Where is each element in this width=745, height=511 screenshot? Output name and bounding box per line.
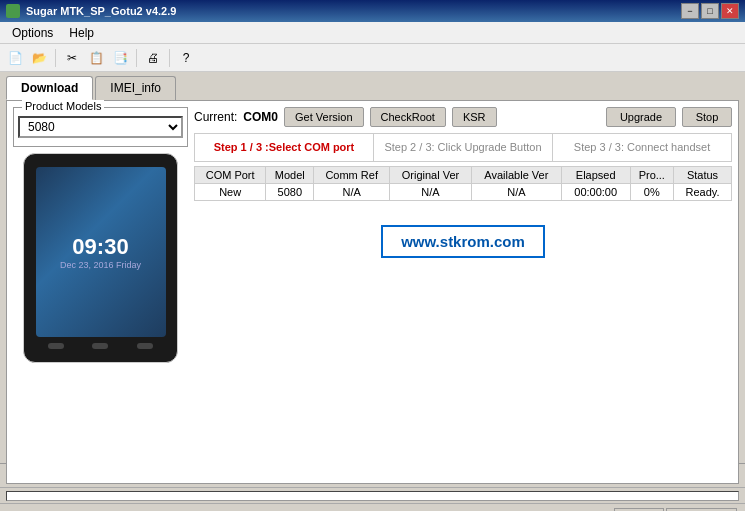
right-panel: Current: COM0 Get Version CheckRoot KSR …: [194, 107, 732, 477]
minimize-button[interactable]: −: [681, 3, 699, 19]
toolbar: 📄 📂 ✂ 📋 📑 🖨 ?: [0, 44, 745, 72]
toolbar-copy[interactable]: 📋: [85, 47, 107, 69]
menu-options[interactable]: Options: [4, 24, 61, 42]
menu-bar: Options Help: [0, 22, 745, 44]
model-select-wrapper: 5080: [18, 116, 183, 138]
phone-bottom-bar: [24, 343, 177, 349]
col-progress: Pro...: [630, 167, 673, 184]
tab-download[interactable]: Download: [6, 76, 93, 100]
current-row: Current: COM0 Get Version CheckRoot KSR …: [194, 107, 732, 127]
step-1: Step 1 / 3 :Select COM port: [195, 134, 374, 161]
content-wrapper: Product Models 5080 09:30 Dec 23, 2016 F…: [13, 107, 732, 477]
watermark-area: www.stkrom.com: [194, 201, 732, 281]
get-version-button[interactable]: Get Version: [284, 107, 363, 127]
watermark-box: www.stkrom.com: [381, 225, 545, 258]
cell-status: Ready.: [674, 184, 732, 201]
bottom-right: COM0 921600 bps: [614, 508, 738, 512]
col-com-port: COM Port: [195, 167, 266, 184]
table-row: New 5080 N/A N/A N/A 00:00:00 0% Ready.: [195, 184, 732, 201]
product-models-group: Product Models 5080: [13, 107, 188, 147]
title-controls: − □ ✕: [681, 3, 739, 19]
upgrade-button[interactable]: Upgrade: [606, 107, 676, 127]
current-label: Current:: [194, 110, 237, 124]
ksr-button[interactable]: KSR: [452, 107, 497, 127]
stop-button[interactable]: Stop: [682, 107, 732, 127]
cell-progress: 0%: [630, 184, 673, 201]
title-bar-text: Sugar MTK_SP_Gotu2 v4.2.9: [6, 4, 176, 18]
toolbar-open[interactable]: 📂: [28, 47, 50, 69]
maximize-button[interactable]: □: [701, 3, 719, 19]
cell-elapsed: 00:00:00: [561, 184, 630, 201]
col-original-ver: Original Ver: [390, 167, 472, 184]
step-2: Step 2 / 3: Click Upgrade Button: [374, 134, 553, 161]
menu-help[interactable]: Help: [61, 24, 102, 42]
model-select[interactable]: 5080: [18, 116, 183, 138]
toolbar-paste[interactable]: 📑: [109, 47, 131, 69]
phone-btn-3: [137, 343, 153, 349]
com-badge: COM0: [614, 508, 664, 512]
phone-image: 09:30 Dec 23, 2016 Friday: [23, 153, 178, 363]
app-icon: [6, 4, 20, 18]
steps-row: Step 1 / 3 :Select COM port Step 2 / 3: …: [194, 133, 732, 162]
cell-com-port: New: [195, 184, 266, 201]
product-models-label: Product Models: [22, 100, 104, 112]
toolbar-sep-3: [169, 49, 170, 67]
col-available-ver: Available Ver: [471, 167, 561, 184]
toolbar-cut[interactable]: ✂: [61, 47, 83, 69]
toolbar-print[interactable]: 🖨: [142, 47, 164, 69]
tab-imei[interactable]: IMEI_info: [95, 76, 176, 100]
phone-screen: 09:30 Dec 23, 2016 Friday: [36, 167, 166, 337]
title-bar: Sugar MTK_SP_Gotu2 v4.2.9 − □ ✕: [0, 0, 745, 22]
close-button[interactable]: ✕: [721, 3, 739, 19]
cell-comm-ref: N/A: [314, 184, 390, 201]
main-content: Download IMEI_info Product Models 5080: [0, 72, 745, 463]
window-title: Sugar MTK_SP_Gotu2 v4.2.9: [26, 5, 176, 17]
progress-bar-container: [0, 487, 745, 503]
progress-bar-track: [6, 491, 739, 501]
col-model: Model: [266, 167, 314, 184]
col-elapsed: Elapsed: [561, 167, 630, 184]
current-value: COM0: [243, 110, 278, 124]
toolbar-new[interactable]: 📄: [4, 47, 26, 69]
toolbar-sep-2: [136, 49, 137, 67]
tab-bar: Download IMEI_info: [6, 76, 739, 100]
tab-content: Product Models 5080 09:30 Dec 23, 2016 F…: [6, 100, 739, 484]
cell-original-ver: N/A: [390, 184, 472, 201]
check-root-button[interactable]: CheckRoot: [370, 107, 446, 127]
step-3: Step 3 / 3: Connect handset: [553, 134, 731, 161]
col-status: Status: [674, 167, 732, 184]
cell-available-ver: N/A: [471, 184, 561, 201]
phone-time: 09:30: [72, 234, 128, 260]
baud-badge: 921600 bps: [666, 508, 738, 512]
phone-btn-1: [48, 343, 64, 349]
bottom-bar: BEWARE : a USB cable is necessary for do…: [0, 503, 745, 511]
col-comm-ref: Comm Ref: [314, 167, 390, 184]
phone-btn-2: [92, 343, 108, 349]
left-panel: Product Models 5080 09:30 Dec 23, 2016 F…: [13, 107, 188, 477]
cell-model: 5080: [266, 184, 314, 201]
toolbar-sep-1: [55, 49, 56, 67]
phone-date: Dec 23, 2016 Friday: [60, 260, 141, 270]
toolbar-help[interactable]: ?: [175, 47, 197, 69]
data-table: COM Port Model Comm Ref Original Ver Ava…: [194, 166, 732, 201]
